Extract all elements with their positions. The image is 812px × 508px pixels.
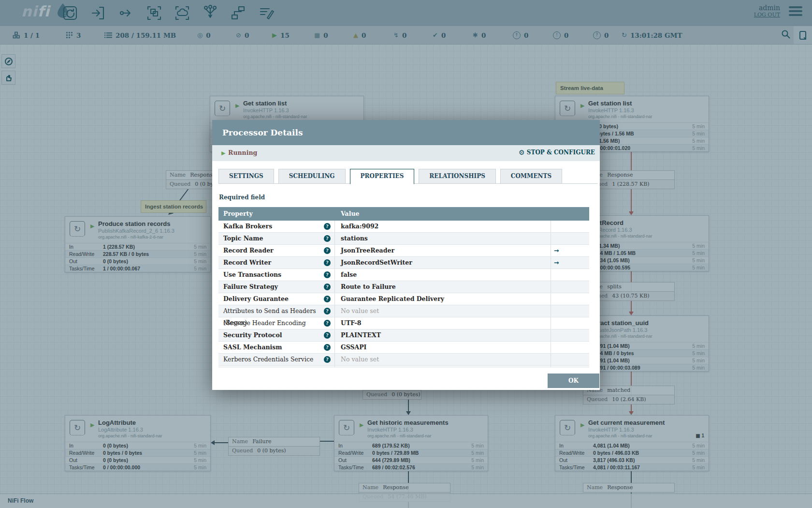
property-row: Topic Name?stations: [218, 233, 589, 245]
property-name: Delivery Guarantee?: [218, 293, 335, 305]
property-name: Topic Name?: [218, 233, 335, 244]
property-actions: [551, 366, 589, 367]
property-name: Message Header Encoding?: [218, 317, 335, 329]
help-icon[interactable]: ?: [324, 247, 331, 254]
property-value: Guarantee Replicated Delivery: [335, 293, 551, 305]
tab-properties[interactable]: PROPERTIES: [350, 169, 415, 184]
property-row: Kafka Brokers?kafka:9092: [218, 221, 589, 233]
help-icon[interactable]: ?: [324, 320, 331, 327]
tab-scheduling[interactable]: SCHEDULING: [278, 169, 346, 184]
property-actions: [551, 281, 589, 293]
property-value: UTF-8: [335, 317, 551, 329]
property-actions[interactable]: →: [551, 245, 589, 256]
property-value: false: [335, 269, 551, 281]
property-value: GSSAPI: [335, 342, 551, 353]
property-row: Record Reader?JsonTreeReader→: [218, 245, 589, 257]
go-to-service-icon[interactable]: →: [554, 259, 559, 266]
property-name: Security Protocol?: [218, 329, 335, 341]
property-actions: [551, 221, 589, 232]
property-value: No value set: [335, 354, 551, 365]
help-icon[interactable]: ?: [324, 308, 331, 314]
value-column-header: Value: [335, 207, 359, 221]
property-row: SASL Mechanism?GSSAPI: [218, 342, 589, 354]
properties-table-header: Property Value: [218, 207, 589, 221]
property-name: Record Writer?: [218, 257, 335, 269]
running-icon: ▶: [221, 150, 225, 156]
help-icon[interactable]: ?: [324, 356, 331, 363]
gear-icon: ⚙: [519, 149, 525, 156]
stop-and-configure-button[interactable]: ⚙ STOP & CONFIGURE: [519, 149, 595, 156]
nifi-app: Stream live-dataIngest station records↻▶…: [0, 0, 812, 508]
help-icon[interactable]: ?: [324, 271, 331, 278]
property-column-header: Property: [218, 207, 335, 221]
stop-and-configure-label: STOP & CONFIGURE: [527, 149, 595, 156]
property-row: Delivery Guarantee?Guarantee Replicated …: [218, 293, 589, 305]
property-actions: [551, 342, 589, 353]
property-row: Kerberos Credentials Service?No value se…: [218, 354, 589, 366]
property-actions: [551, 293, 589, 305]
run-status-label: Running: [228, 149, 257, 156]
property-value: PLAINTEXT: [335, 329, 551, 341]
dialog-title: Processor Details: [222, 128, 303, 137]
property-value: JsonRecordSetWriter: [335, 257, 551, 269]
property-row: Failure Strategy?Route to Failure: [218, 281, 589, 293]
help-icon[interactable]: ?: [324, 259, 331, 266]
dialog-tabs: SETTINGSSCHEDULINGPROPERTIESRELATIONSHIP…: [218, 169, 594, 184]
tab-relationships[interactable]: RELATIONSHIPS: [419, 169, 495, 184]
property-actions: [551, 233, 589, 244]
property-actions: [551, 354, 589, 365]
property-row: Kerberos User Service?No value set: [218, 366, 589, 367]
help-icon[interactable]: ?: [324, 332, 331, 339]
property-name: Kerberos User Service?: [218, 366, 335, 367]
required-field-note: Required field: [219, 194, 594, 201]
property-row: Attributes to Send as Headers (Regex)?No…: [218, 305, 589, 317]
processor-details-dialog: Processor Details ▶ Running ⚙ STOP & CON…: [212, 120, 600, 390]
help-icon[interactable]: ?: [324, 296, 331, 302]
help-icon[interactable]: ?: [324, 344, 331, 351]
property-value: No value set: [335, 305, 551, 317]
help-icon[interactable]: ?: [324, 223, 331, 230]
property-name: SASL Mechanism?: [218, 342, 335, 353]
property-row: Message Header Encoding?UTF-8: [218, 317, 589, 329]
property-name: Kafka Brokers?: [218, 221, 335, 232]
properties-table-body[interactable]: Kafka Brokers?kafka:9092Topic Name?stati…: [218, 221, 589, 367]
property-name: Use Transactions?: [218, 269, 335, 281]
ok-button[interactable]: OK: [548, 374, 599, 388]
help-icon[interactable]: ?: [324, 235, 331, 242]
dialog-status-strip: ▶ Running ⚙ STOP & CONFIGURE: [212, 145, 600, 161]
property-value: JsonTreeReader: [335, 245, 551, 256]
property-name: Attributes to Send as Headers (Regex)?: [218, 305, 335, 317]
tab-comments[interactable]: COMMENTS: [500, 169, 562, 184]
dialog-header: Processor Details: [212, 120, 600, 145]
property-name: Kerberos Credentials Service?: [218, 354, 335, 365]
property-value: Route to Failure: [335, 281, 551, 293]
property-name: Failure Strategy?: [218, 281, 335, 293]
property-actions: [551, 269, 589, 281]
properties-table: Property Value Kafka Brokers?kafka:9092T…: [218, 207, 589, 367]
property-row: Use Transactions?false: [218, 269, 589, 281]
property-actions: [551, 329, 589, 341]
help-icon[interactable]: ?: [324, 284, 331, 290]
go-to-service-icon[interactable]: →: [554, 247, 559, 254]
property-row: Record Writer?JsonRecordSetWriter→: [218, 257, 589, 269]
property-actions: [551, 305, 589, 317]
tab-settings[interactable]: SETTINGS: [218, 169, 274, 184]
property-value: kafka:9092: [335, 221, 551, 232]
property-actions: [551, 317, 589, 329]
dialog-body: SETTINGSSCHEDULINGPROPERTIESRELATIONSHIP…: [212, 169, 600, 367]
property-value: stations: [335, 233, 551, 244]
property-actions[interactable]: →: [551, 257, 589, 269]
property-name: Record Reader?: [218, 245, 335, 256]
property-value: No value set: [335, 366, 551, 367]
property-row: Security Protocol?PLAINTEXT: [218, 329, 589, 342]
